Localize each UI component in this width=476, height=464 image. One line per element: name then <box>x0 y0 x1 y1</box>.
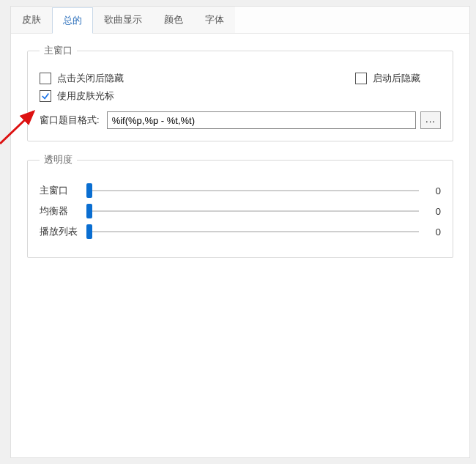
use-skin-cursor-checkbox[interactable] <box>40 90 51 102</box>
tab-content: 主窗口 点击关闭后隐藏 启动后隐藏 <box>11 34 469 284</box>
slider-equalizer[interactable] <box>86 205 419 217</box>
slider-equalizer-label: 均衡器 <box>40 205 86 218</box>
hide-on-close-label[interactable]: 点击关闭后隐藏 <box>57 72 124 85</box>
slider-main-window-label: 主窗口 <box>40 184 86 197</box>
title-format-browse-button[interactable]: ... <box>420 111 441 129</box>
slider-thumb-icon <box>86 183 92 198</box>
transparency-legend: 透明度 <box>40 153 77 166</box>
hide-after-launch-checkbox[interactable] <box>355 73 367 84</box>
title-format-input[interactable] <box>107 111 416 129</box>
slider-thumb-icon <box>86 224 92 239</box>
slider-equalizer-value: 0 <box>426 206 441 217</box>
tab-general[interactable]: 总的 <box>52 7 93 34</box>
title-format-label: 窗口题目格式: <box>40 114 100 127</box>
slider-main-window[interactable] <box>86 185 419 196</box>
settings-panel: 皮肤 总的 歌曲显示 颜色 字体 主窗口 点击关闭后隐藏 启动后隐藏 <box>10 6 470 458</box>
main-window-group: 主窗口 点击关闭后隐藏 启动后隐藏 <box>27 44 453 141</box>
tab-song-display[interactable]: 歌曲显示 <box>93 7 153 33</box>
transparency-group: 透明度 主窗口 0 均衡器 0 播放列表 <box>27 153 453 258</box>
tab-color[interactable]: 颜色 <box>153 7 194 33</box>
hide-after-launch-label[interactable]: 启动后隐藏 <box>373 72 420 85</box>
slider-playlist[interactable] <box>86 226 419 237</box>
tab-bar: 皮肤 总的 歌曲显示 颜色 字体 <box>11 7 469 34</box>
tab-font[interactable]: 字体 <box>194 7 235 33</box>
slider-thumb-icon <box>86 204 92 218</box>
main-window-legend: 主窗口 <box>40 44 77 57</box>
tab-skin[interactable]: 皮肤 <box>11 7 52 33</box>
slider-playlist-value: 0 <box>426 227 441 237</box>
slider-playlist-label: 播放列表 <box>40 225 86 238</box>
hide-on-close-checkbox[interactable] <box>40 73 51 84</box>
slider-main-window-value: 0 <box>426 185 441 196</box>
use-skin-cursor-label[interactable]: 使用皮肤光标 <box>57 89 114 103</box>
